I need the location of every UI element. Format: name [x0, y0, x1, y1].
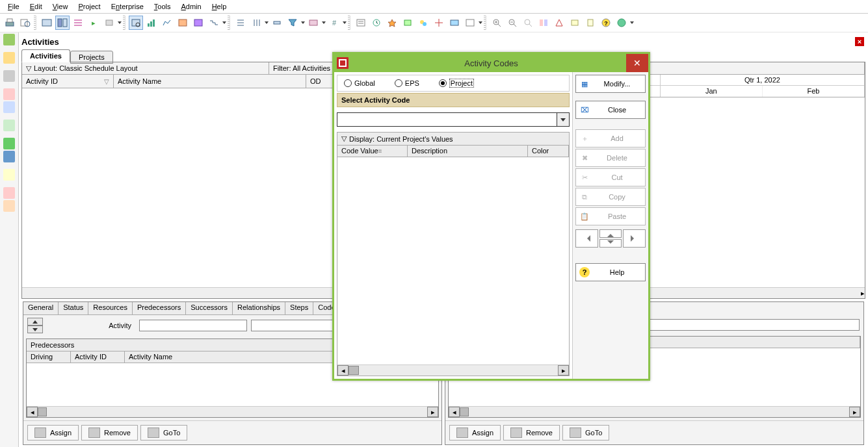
- btab-predecessors[interactable]: Predecessors: [133, 302, 186, 314]
- menu-tools[interactable]: Tools: [149, 1, 176, 12]
- dcol-code-value[interactable]: Code Value≡: [337, 146, 408, 157]
- paste-button[interactable]: 📋Paste: [575, 207, 646, 225]
- menu-view[interactable]: View: [47, 1, 73, 12]
- tb-icon-24[interactable]: [536, 16, 551, 30]
- tb-drop-3[interactable]: [265, 16, 269, 29]
- btab-steps[interactable]: Steps: [285, 302, 313, 314]
- goto-button-right[interactable]: GoTo: [562, 425, 609, 441]
- dock-icon-1[interactable]: [3, 34, 15, 45]
- tb-icon-8[interactable]: [160, 16, 174, 30]
- codes-grid-body[interactable]: [337, 157, 569, 364]
- layout-dropdown[interactable]: ▽Layout: Classic Schedule Layout: [22, 62, 269, 74]
- display-dropdown[interactable]: ▽Display: Current Project's Values: [337, 132, 570, 146]
- dock-icon-6[interactable]: [3, 120, 15, 131]
- dock-icon-4[interactable]: [3, 88, 15, 100]
- tb-icon-22[interactable]: [447, 16, 462, 30]
- remove-button-right[interactable]: Remove: [503, 425, 560, 441]
- dcol-description[interactable]: Description: [408, 146, 528, 157]
- help-button[interactable]: ?Help: [575, 263, 646, 281]
- tb-icon-13[interactable]: [249, 16, 263, 30]
- nav-right-btn[interactable]: [623, 229, 646, 248]
- assign-button-right[interactable]: Assign: [449, 425, 501, 441]
- dock-icon-8[interactable]: [3, 151, 15, 162]
- tb-icon-19[interactable]: [401, 16, 415, 30]
- tb-icon-16[interactable]: [354, 16, 368, 30]
- nav-left-btn[interactable]: [575, 229, 598, 248]
- activity-id-input[interactable]: [139, 320, 247, 331]
- prev-activity-btn[interactable]: [27, 318, 43, 326]
- tb-icon-15[interactable]: [306, 16, 321, 30]
- dcol-color[interactable]: Color: [528, 146, 569, 157]
- tb-drop-6[interactable]: [343, 16, 347, 29]
- tb-drop-7[interactable]: [479, 16, 482, 29]
- tb-icon-2[interactable]: [55, 16, 70, 30]
- col-activity-name[interactable]: Activity Name: [114, 75, 306, 88]
- btab-relationships[interactable]: Relationships: [233, 302, 285, 314]
- tb-icon-18[interactable]: [385, 16, 399, 30]
- tb-icon-10[interactable]: [191, 16, 205, 30]
- scroll-right-icon[interactable]: ▸: [861, 289, 865, 298]
- tb-icon-hash[interactable]: #: [327, 16, 341, 30]
- tb-icon-12[interactable]: [233, 16, 248, 30]
- radio-global[interactable]: Global: [344, 79, 375, 87]
- tb-icon-6[interactable]: [129, 16, 143, 30]
- btab-general[interactable]: General: [23, 302, 59, 314]
- dropdown-icon[interactable]: [557, 112, 570, 127]
- radio-project[interactable]: Project: [439, 79, 474, 87]
- codes-hscroll[interactable]: ◂▸: [337, 364, 569, 376]
- pcol-activity-id[interactable]: Activity ID: [71, 351, 125, 363]
- btab-successors[interactable]: Successors: [186, 302, 233, 314]
- next-activity-btn[interactable]: [27, 326, 43, 333]
- modify-button[interactable]: ▦Modify...: [575, 75, 646, 93]
- dock-icon-7[interactable]: [3, 138, 15, 149]
- filter-icon[interactable]: [285, 16, 300, 30]
- tb-icon-11[interactable]: [207, 16, 221, 30]
- col-activity-id[interactable]: Activity ID▽: [22, 75, 114, 88]
- nav-down-btn[interactable]: [599, 239, 621, 248]
- radio-eps[interactable]: EPS: [395, 79, 419, 87]
- print-preview-icon[interactable]: [18, 16, 33, 30]
- tb-icon-5[interactable]: [102, 16, 116, 30]
- remove-button-left[interactable]: Remove: [81, 425, 138, 441]
- tb-icon-1[interactable]: [40, 16, 54, 30]
- tb-icon-26[interactable]: [568, 16, 582, 30]
- zoom-fit-icon[interactable]: [521, 16, 535, 30]
- tab-projects[interactable]: Projects: [70, 51, 113, 64]
- menu-file[interactable]: FFileile: [3, 1, 25, 12]
- tb-icon-7[interactable]: [144, 16, 159, 30]
- tb-icon-23[interactable]: [463, 16, 477, 30]
- tb-icon-20[interactable]: [416, 16, 430, 30]
- tb-drop-8[interactable]: [630, 16, 634, 29]
- tab-activities[interactable]: Activities: [21, 49, 70, 62]
- tb-drop-2[interactable]: [222, 16, 226, 29]
- goto-button-left[interactable]: GoTo: [140, 425, 187, 441]
- tb-icon-17[interactable]: [369, 16, 384, 30]
- activity-code-select[interactable]: [337, 112, 557, 127]
- tb-icon-25[interactable]: [552, 16, 566, 30]
- menu-project[interactable]: Project: [73, 1, 105, 12]
- tb-drop-4[interactable]: [301, 16, 305, 29]
- dialog-close-icon[interactable]: ✕: [626, 54, 648, 72]
- copy-button[interactable]: ⧉Copy: [575, 188, 646, 206]
- dock-icon-5[interactable]: [3, 101, 15, 113]
- print-icon[interactable]: [3, 16, 17, 30]
- help-icon[interactable]: ?: [599, 16, 613, 30]
- tb-icon-21[interactable]: [432, 16, 446, 30]
- zoom-out-icon[interactable]: [505, 16, 519, 30]
- menu-help[interactable]: Help: [207, 1, 232, 12]
- tb-icon-14[interactable]: [270, 16, 284, 30]
- assign-button-left[interactable]: Assign: [27, 425, 79, 441]
- btab-resources[interactable]: Resources: [88, 302, 133, 314]
- menu-enterprise[interactable]: Enterprise: [106, 1, 149, 12]
- dock-icon-2[interactable]: [3, 52, 15, 64]
- close-button[interactable]: ⌧Close: [575, 101, 646, 119]
- tb-icon-4[interactable]: ▸: [86, 16, 101, 30]
- dock-icon-9[interactable]: [3, 169, 15, 181]
- pcol-driving[interactable]: Driving: [27, 351, 71, 363]
- dock-icon-11[interactable]: [3, 200, 15, 212]
- delete-button[interactable]: ✖Delete: [575, 149, 646, 167]
- close-pane-icon[interactable]: ×: [855, 37, 864, 46]
- tb-icon-9[interactable]: [176, 16, 190, 30]
- btab-status[interactable]: Status: [59, 302, 88, 314]
- tb-icon-3[interactable]: [71, 16, 85, 30]
